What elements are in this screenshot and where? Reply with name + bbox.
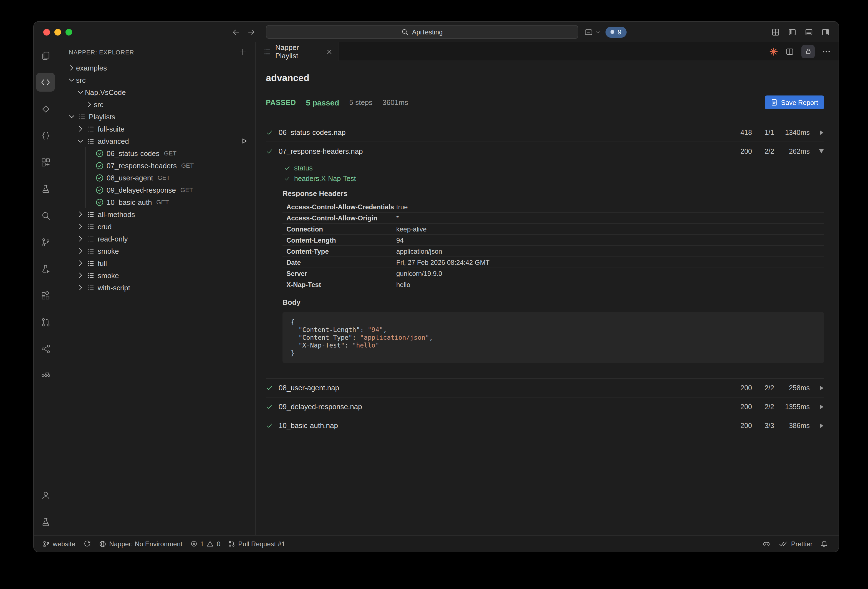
- check-circle-icon: [95, 149, 104, 158]
- tree-item-label: src: [76, 76, 86, 84]
- test-explorer-icon[interactable]: [34, 508, 57, 535]
- header-value: 94: [396, 236, 404, 244]
- toggle-primary-sidebar-icon[interactable]: [788, 28, 797, 36]
- sync-indicator[interactable]: [79, 540, 94, 548]
- tree-item-smoke[interactable]: smoke: [57, 245, 255, 257]
- response-body-code: { "Content-Length": "94", "Content-Type"…: [282, 312, 824, 363]
- tab-napper-playlist[interactable]: Napper Playlist: [256, 42, 339, 61]
- test-list: 06_status-codes.nap4181/11340ms07_respon…: [266, 123, 824, 435]
- zoom-window-button[interactable]: [65, 29, 72, 35]
- code-line: "Content-Length": "94",: [291, 326, 816, 334]
- header-value: application/json: [396, 247, 442, 255]
- graph-activity-icon[interactable]: [34, 335, 57, 362]
- expand-icon[interactable]: [815, 130, 824, 135]
- save-report-button[interactable]: Save Report: [765, 96, 824, 109]
- problems-indicator[interactable]: 1 0: [186, 540, 224, 548]
- back-arrow-icon[interactable]: [232, 28, 240, 36]
- close-window-button[interactable]: [43, 29, 50, 35]
- forward-arrow-icon[interactable]: [247, 28, 256, 36]
- braces-activity-icon[interactable]: [34, 122, 57, 149]
- tree-item-label: 06_status-codes: [106, 149, 159, 157]
- chevron-right-icon: [76, 124, 85, 133]
- customize-layout-icon[interactable]: [771, 28, 780, 36]
- tree-item-smoke[interactable]: smoke: [57, 269, 255, 282]
- new-item-button[interactable]: [239, 48, 247, 56]
- notifications-indicator[interactable]: [816, 540, 832, 548]
- pull-requests-activity-icon[interactable]: [34, 309, 57, 335]
- explorer-activity-icon[interactable]: [34, 42, 57, 69]
- tree-item-label: all-methods: [98, 210, 135, 218]
- header-name: Access-Control-Allow-Credentials: [282, 203, 396, 211]
- tree-item-read-only[interactable]: read-only: [57, 233, 255, 245]
- tree-item-07_response-headers[interactable]: 07_response-headersGET: [57, 159, 255, 171]
- lock-icon[interactable]: [802, 45, 815, 58]
- tree-item-10_basic-auth[interactable]: 10_basic-authGET: [57, 196, 255, 208]
- tree-item-crud[interactable]: crud: [57, 220, 255, 233]
- tab-strip: Napper Playlist: [256, 42, 838, 61]
- environment-indicator[interactable]: Napper: No Environment: [94, 540, 186, 548]
- tree-item-full-suite[interactable]: full-suite: [57, 123, 255, 135]
- sidebar: NAPPER: EXPLORER examplessrcNap.VsCodesr…: [57, 42, 255, 535]
- pipeline-activity-icon[interactable]: [34, 362, 57, 388]
- check-circle-icon: [95, 198, 104, 207]
- test-row-header[interactable]: 07_response-headers.nap2002/2262ms: [266, 142, 824, 161]
- formatter-indicator[interactable]: Prettier: [775, 540, 816, 548]
- minimize-window-button[interactable]: [55, 29, 61, 35]
- status-code: 200: [724, 403, 752, 410]
- test-row-header[interactable]: 10_basic-auth.nap2003/3386ms: [266, 416, 824, 435]
- status-code: 200: [724, 148, 752, 155]
- test-row-header[interactable]: 09_delayed-response.nap2002/21355ms: [266, 397, 824, 416]
- status-code: 200: [724, 384, 752, 392]
- layout-control-icon[interactable]: [584, 28, 593, 36]
- indent-spacer: [85, 149, 94, 158]
- header-row: Access-Control-Allow-Origin*: [282, 213, 824, 224]
- collapse-icon[interactable]: [815, 149, 824, 154]
- components-activity-icon[interactable]: [34, 149, 57, 176]
- tree-item-advanced[interactable]: advanced: [57, 135, 255, 147]
- close-tab-icon[interactable]: [326, 48, 333, 55]
- toggle-panel-icon[interactable]: [804, 28, 813, 36]
- tree-item-all-methods[interactable]: all-methods: [57, 208, 255, 220]
- tree-item-src[interactable]: src: [57, 74, 255, 86]
- tab-title: Napper Playlist: [275, 43, 322, 60]
- search-activity-icon[interactable]: [34, 202, 57, 229]
- tree-item-09_delayed-response[interactable]: 09_delayed-responseGET: [57, 184, 255, 196]
- tree-item-src[interactable]: src: [57, 98, 255, 111]
- test-detail: statusheaders.X-Nap-TestResponse Headers…: [266, 161, 824, 378]
- split-editor-icon[interactable]: [785, 47, 794, 56]
- test-row-header[interactable]: 08_user-agent.nap2002/2258ms: [266, 379, 824, 397]
- copilot-indicator[interactable]: [759, 540, 775, 548]
- tree-item-06_status-codes[interactable]: 06_status-codesGET: [57, 147, 255, 159]
- more-actions-icon[interactable]: [822, 47, 831, 56]
- code-activity-icon[interactable]: [34, 69, 57, 96]
- status-code: 200: [724, 422, 752, 430]
- account-icon[interactable]: [34, 482, 57, 508]
- run-tests-activity-icon[interactable]: [34, 255, 57, 282]
- tree-item-examples[interactable]: examples: [57, 62, 255, 74]
- status-bar: website Napper: No Environment 1 0 Pull …: [34, 535, 838, 552]
- tree-item-08_user-agent[interactable]: 08_user-agentGET: [57, 171, 255, 184]
- napper-extension-icon[interactable]: [769, 47, 778, 56]
- branch-indicator[interactable]: website: [38, 540, 79, 548]
- check-circle-icon: [95, 161, 104, 170]
- expand-icon[interactable]: [815, 404, 824, 409]
- expand-icon[interactable]: [815, 423, 824, 428]
- tree-item-Playlists[interactable]: Playlists: [57, 111, 255, 123]
- test-row-header[interactable]: 06_status-codes.nap4181/11340ms: [266, 123, 824, 142]
- test-beaker-activity-icon[interactable]: [34, 176, 57, 202]
- count-badge[interactable]: 9: [605, 27, 626, 37]
- chevron-down-icon: [76, 88, 85, 97]
- tree-item-Nap.VsCode[interactable]: Nap.VsCode: [57, 86, 255, 98]
- diamond-activity-icon[interactable]: [34, 96, 57, 122]
- tree-item-full[interactable]: full: [57, 257, 255, 269]
- command-center-search[interactable]: ApiTesting: [266, 25, 578, 39]
- source-control-activity-icon[interactable]: [34, 229, 57, 255]
- chevron-down-icon[interactable]: [595, 29, 601, 35]
- toggle-secondary-sidebar-icon[interactable]: [821, 28, 830, 36]
- extensions-activity-icon[interactable]: [34, 282, 57, 309]
- run-playlist-button[interactable]: [240, 137, 248, 145]
- pull-request-indicator[interactable]: Pull Request #1: [224, 540, 289, 548]
- expand-icon[interactable]: [815, 385, 824, 391]
- assertion-item: status: [282, 162, 824, 173]
- tree-item-with-script[interactable]: with-script: [57, 282, 255, 294]
